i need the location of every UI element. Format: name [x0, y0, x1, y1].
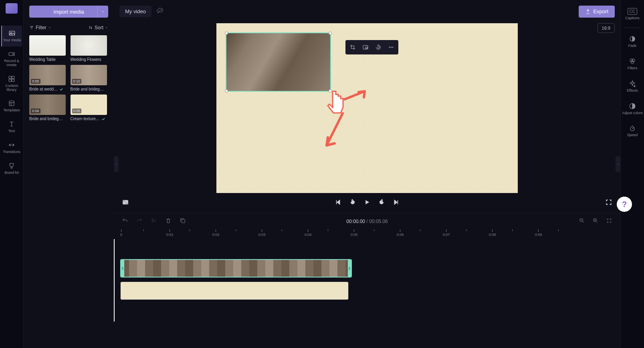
ruler-tick-minor [282, 229, 282, 232]
nav-text[interactable]: Text [1, 117, 22, 137]
nav-adjust-colors[interactable]: Adjust colors [622, 98, 643, 120]
current-time: 00:00.00 [346, 219, 365, 224]
timeline-tracks[interactable]: || || [114, 239, 620, 348]
media-thumb: 0:10 [71, 65, 107, 85]
nav-label: Fade [628, 44, 637, 48]
media-item-wedding-flowers[interactable]: Wedding Flowers [71, 35, 109, 62]
fullscreen-button[interactable] [605, 199, 612, 207]
background-track[interactable] [120, 282, 620, 301]
sort-label: Sort [95, 25, 103, 30]
forward-button[interactable]: 5 [378, 199, 385, 207]
ruler-tick: 0:04 [305, 229, 312, 237]
rotate-button[interactable] [373, 42, 383, 52]
ruler-tick-minor [190, 229, 190, 232]
zoom-out-button[interactable] [577, 216, 587, 227]
nav-record-create[interactable]: Record & create [1, 46, 22, 71]
pip-button[interactable] [361, 42, 370, 52]
media-label: Cream texture… [71, 117, 100, 121]
skip-forward-button[interactable] [392, 199, 400, 207]
import-dropdown-chevron[interactable] [97, 6, 105, 18]
media-item-wedding-table[interactable]: Wedding Table [29, 35, 67, 62]
speed-icon [629, 125, 636, 132]
zoom-in-button[interactable] [591, 216, 600, 227]
crop-button[interactable] [348, 42, 357, 52]
sort-icon [88, 25, 93, 30]
filter-button[interactable]: Filter [29, 25, 51, 30]
svg-point-14 [391, 47, 392, 48]
nav-templates[interactable]: Templates [1, 96, 22, 117]
collapse-right-panel[interactable]: › [616, 156, 620, 172]
background-clip-timeline[interactable] [120, 282, 349, 300]
nav-captions[interactable]: CC Captions [622, 3, 643, 25]
media-item-bride-bridegroom-1[interactable]: 0:10 Bride and brideg… [71, 65, 109, 91]
nav-label: Transitions [3, 150, 20, 154]
import-media-button[interactable]: Import media [29, 6, 108, 18]
nav-your-media[interactable]: Your media [1, 26, 22, 46]
nav-filters[interactable]: Filters [622, 53, 643, 75]
media-label: Wedding Flowers [71, 57, 109, 62]
nav-speed[interactable]: Speed [622, 120, 643, 142]
timeline-ruler[interactable]: 00:010:020:030:040:050:060:070:080:09 [114, 229, 620, 239]
split-button[interactable] [149, 216, 159, 227]
nav-fade[interactable]: Fade [622, 30, 643, 53]
export-button[interactable]: Export [579, 6, 615, 18]
video-clip-timeline[interactable]: || || [120, 259, 352, 278]
zoom-fit-button[interactable] [604, 216, 614, 227]
trim-handle-left[interactable]: || [121, 260, 124, 277]
resize-handle-tr[interactable] [329, 32, 332, 35]
delete-button[interactable] [164, 216, 173, 227]
video-title-input[interactable]: My video [119, 6, 151, 17]
ruler-tick: 0:08 [489, 229, 496, 237]
video-track[interactable]: || || [120, 259, 620, 278]
nav-content-library[interactable]: Content library [1, 71, 22, 96]
nav-label: Templates [3, 109, 20, 113]
playhead[interactable] [114, 239, 115, 322]
nav-transitions[interactable]: Transitions [1, 137, 22, 158]
sort-button[interactable]: Sort [88, 25, 108, 30]
help-button[interactable]: ? [617, 197, 632, 212]
play-button[interactable] [363, 199, 371, 207]
media-item-bride-bridegroom-2[interactable]: 0:06 Bride and brideg… [29, 95, 67, 121]
nav-label: Filters [628, 66, 638, 70]
media-label: Bride and brideg… [29, 117, 67, 121]
nav-label: Effects [627, 89, 638, 93]
nav-effects[interactable]: Effects [622, 75, 643, 98]
duplicate-button[interactable] [178, 216, 188, 227]
nav-label: Your media [3, 38, 21, 42]
ruler-tick-minor [143, 229, 144, 232]
redo-button[interactable] [135, 216, 144, 227]
svg-rect-2 [9, 52, 13, 56]
resize-handle-tl[interactable] [225, 32, 228, 35]
resize-handle-br[interactable] [329, 89, 332, 93]
skip-back-button[interactable] [335, 199, 342, 207]
filters-icon [629, 58, 636, 65]
duration-badge: 0:05 [31, 79, 40, 84]
more-button[interactable] [386, 42, 396, 52]
captions-icon: CC [628, 8, 637, 15]
svg-rect-12 [365, 47, 367, 48]
sync-status-icon[interactable] [156, 7, 164, 16]
media-item-cream-texture[interactable]: 0:05 Cream texture… [71, 95, 109, 121]
svg-rect-22 [182, 219, 185, 223]
resize-handle-bl[interactable] [225, 89, 228, 93]
app-logo[interactable] [6, 3, 18, 14]
rewind-button[interactable]: 5 [349, 199, 356, 207]
svg-rect-3 [9, 76, 11, 78]
aspect-ratio-button[interactable]: 16:9 [598, 23, 615, 33]
safe-zone-toggle[interactable] [122, 199, 129, 207]
media-label: Wedding Table [29, 57, 67, 62]
timeline-area: 00:00.00 / 00:05.06 00:010:020:030:040:0… [114, 213, 620, 348]
adjust-icon [629, 103, 636, 110]
trim-handle-right[interactable]: || [348, 260, 351, 277]
ruler-tick-minor [420, 229, 420, 232]
nav-label: Content library [1, 84, 22, 92]
playback-bar: 5 5 [114, 193, 620, 213]
tutorial-pointer-overlay [321, 87, 369, 153]
selected-video-clip[interactable] [226, 32, 331, 92]
undo-button[interactable] [120, 216, 130, 227]
check-icon [59, 87, 63, 91]
ruler-tick: 0:01 [166, 229, 174, 237]
nav-label: Text [8, 129, 15, 133]
nav-brand-kit[interactable]: Brand kit [1, 158, 22, 179]
media-item-bride-wedding[interactable]: 0:05 Bride at wedd… [29, 65, 67, 91]
